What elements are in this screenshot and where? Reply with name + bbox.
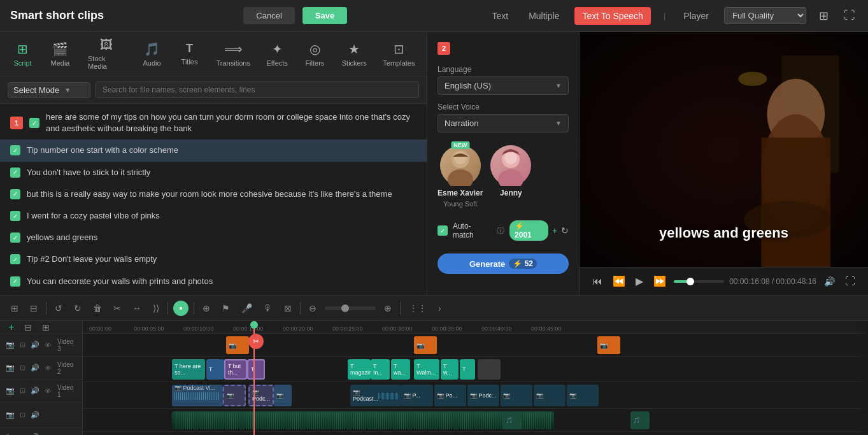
quality-select[interactable]: Full Quality Preview Quality: [724, 7, 806, 24]
track-a2-vol[interactable]: 🔊: [30, 432, 40, 435]
progress-handle[interactable]: [687, 278, 694, 285]
track-v1-camera[interactable]: 📷: [5, 386, 15, 396]
add-track-button[interactable]: +: [5, 321, 17, 335]
crop-button[interactable]: ⊟: [27, 301, 41, 315]
zoom-in-button[interactable]: ⊕: [381, 301, 395, 315]
clip-v1-5[interactable]: 📷 Podcast...: [350, 385, 401, 406]
cancel-button[interactable]: Cancel: [243, 7, 294, 24]
checkbox-6[interactable]: ✓: [10, 232, 20, 243]
split-button[interactable]: ↔: [129, 301, 145, 315]
list-item[interactable]: ✓ You can decorate your walls with print…: [0, 271, 427, 292]
toolbar-transitions[interactable]: ⟹ Transitions: [210, 38, 257, 71]
clip-v1-11[interactable]: 📷: [567, 385, 599, 406]
skip-forward-button[interactable]: ⟩⟩: [150, 301, 162, 315]
list-item[interactable]: ✓ Tip number one start with a color sche…: [0, 139, 427, 161]
checkbox-4[interactable]: ✓: [10, 189, 20, 199]
clip-v2-9[interactable]: T w...: [441, 359, 459, 380]
toolbar-script[interactable]: ⊞ Script: [5, 38, 40, 71]
track-v1-vol[interactable]: 🔊: [30, 386, 40, 396]
clip-v1-2[interactable]: 📷: [223, 385, 246, 406]
toolbar-audio[interactable]: 🎵 Audio: [134, 38, 169, 71]
list-item[interactable]: ✓ yellows and greens: [0, 227, 427, 248]
toolbar-templates[interactable]: ⊡ Templates: [376, 38, 422, 71]
list-item[interactable]: ✓ I went for a cozy pastel vibe of pinks: [0, 205, 427, 227]
toolbar-media[interactable]: 🎬 Media: [43, 38, 78, 71]
progress-bar[interactable]: [674, 280, 724, 283]
track-v3-eye[interactable]: 👁: [44, 341, 52, 350]
step-back-button[interactable]: ⏪: [610, 273, 628, 290]
track-v3-vol[interactable]: 🔊: [30, 340, 40, 350]
zoom-out-button[interactable]: ⊖: [306, 301, 320, 315]
track-grid-button[interactable]: ⊞: [39, 321, 53, 334]
track-v2-copy[interactable]: ⊡: [19, 363, 26, 373]
play-button[interactable]: ▶: [633, 273, 646, 290]
more-options-button[interactable]: ⋮⋮: [406, 301, 430, 315]
track-v1-copy[interactable]: ⊡: [19, 386, 26, 396]
player-button[interactable]: Player: [678, 8, 714, 24]
list-item[interactable]: ✓ You don't have to stick to it strictly: [0, 162, 427, 183]
voice-card-esme[interactable]: NEW Esme Xavier Young Soft: [438, 145, 483, 208]
chevron-right-icon[interactable]: ›: [435, 301, 445, 315]
cut-button[interactable]: ✂: [110, 301, 124, 315]
tab-multiple[interactable]: Multiple: [523, 8, 564, 24]
track-v2-vol[interactable]: 🔊: [30, 363, 40, 373]
clip-v1-10[interactable]: 📷: [534, 385, 566, 406]
track-a1-copy[interactable]: ⊡: [19, 410, 26, 420]
checkbox-7[interactable]: ✓: [10, 254, 20, 264]
track-a1-vol[interactable]: 🔊: [30, 410, 40, 420]
toolbar-stock[interactable]: 🖼 Stock Media: [80, 34, 132, 74]
checkbox-8[interactable]: ✓: [10, 276, 20, 287]
list-item[interactable]: 1 ✓ here are some of my tips on how you …: [0, 106, 427, 139]
zoom-slider[interactable]: [325, 306, 376, 310]
audio-clip-3[interactable]: 🎵: [630, 411, 650, 429]
audio-clip-2[interactable]: 🎵: [503, 411, 522, 429]
fullscreen-icon[interactable]: ⛶: [841, 6, 858, 25]
clip-v2-5[interactable]: T magazin...: [348, 359, 371, 380]
clip-v2-6[interactable]: T In...: [371, 359, 390, 380]
clip-v2-1[interactable]: T here are so...: [172, 359, 205, 380]
clip-v1-6[interactable]: 📷 P...: [401, 385, 433, 406]
mode-select-container[interactable]: Select Mode ▼: [8, 82, 90, 98]
delete-button[interactable]: 🗑: [90, 301, 105, 315]
checkbox-3[interactable]: ✓: [10, 168, 20, 178]
clip-v1-4[interactable]: 📷: [274, 385, 292, 406]
clip-v3-3[interactable]: 📷: [597, 336, 620, 354]
toolbar-titles[interactable]: T Titles: [172, 38, 207, 69]
marker-button[interactable]: ⚑: [218, 301, 233, 315]
fullscreen-toggle[interactable]: ⛶: [843, 273, 858, 290]
tab-text[interactable]: Text: [487, 8, 513, 24]
refresh-icon[interactable]: ↻: [561, 225, 569, 236]
checkbox-1[interactable]: ✓: [29, 118, 39, 128]
voiceover-button[interactable]: 🎙: [260, 301, 276, 315]
track-v2-camera[interactable]: 📷: [5, 363, 15, 373]
clip-v1-3[interactable]: 📷 Podc...: [248, 385, 274, 406]
mic-button[interactable]: 🎤: [238, 301, 255, 315]
checkbox-2[interactable]: ✓: [10, 145, 20, 155]
clip-v2-10[interactable]: T: [460, 359, 475, 380]
snap-button[interactable]: ⊕: [199, 301, 213, 315]
list-item[interactable]: ✓ but this is a really easy way to make …: [0, 183, 427, 205]
list-item[interactable]: ✓ Tip #2 Don't leave your walls empty: [0, 248, 427, 270]
zoom-handle[interactable]: [341, 304, 349, 312]
clip-v1-9[interactable]: 📷: [501, 385, 532, 406]
clip-v1-8[interactable]: 📷 Podc...: [467, 385, 499, 406]
track-v3-camera[interactable]: 📷: [5, 340, 15, 350]
track-v1-eye[interactable]: 👁: [44, 387, 52, 396]
credits-plus-icon[interactable]: +: [552, 225, 557, 236]
voice-card-jenny[interactable]: Jenny: [490, 145, 531, 208]
redo-button[interactable]: ↻: [71, 301, 85, 315]
toolbar-effects[interactable]: ✦ Effects: [259, 38, 295, 71]
track-a2-camera[interactable]: 📷: [5, 432, 15, 435]
clip-v2-4[interactable]: T: [247, 359, 265, 380]
voice-dropdown[interactable]: Narration ▼: [438, 114, 569, 132]
clip-v2-2[interactable]: T: [206, 359, 224, 380]
checkbox-5[interactable]: ✓: [10, 211, 20, 221]
grid-view-icon[interactable]: ⊞: [816, 6, 831, 25]
clip-v2-7[interactable]: T wa...: [391, 359, 410, 380]
track-a2-copy[interactable]: ⊡: [19, 432, 26, 435]
audio-clip-1[interactable]: [172, 411, 554, 429]
clip-v1-podcast1[interactable]: 📷 Podcast Vi...: [172, 385, 223, 406]
step-forward-button[interactable]: ⏩: [651, 273, 669, 290]
track-a1-camera[interactable]: 📷: [5, 410, 15, 420]
clip-v3-2[interactable]: 📷: [414, 336, 437, 354]
